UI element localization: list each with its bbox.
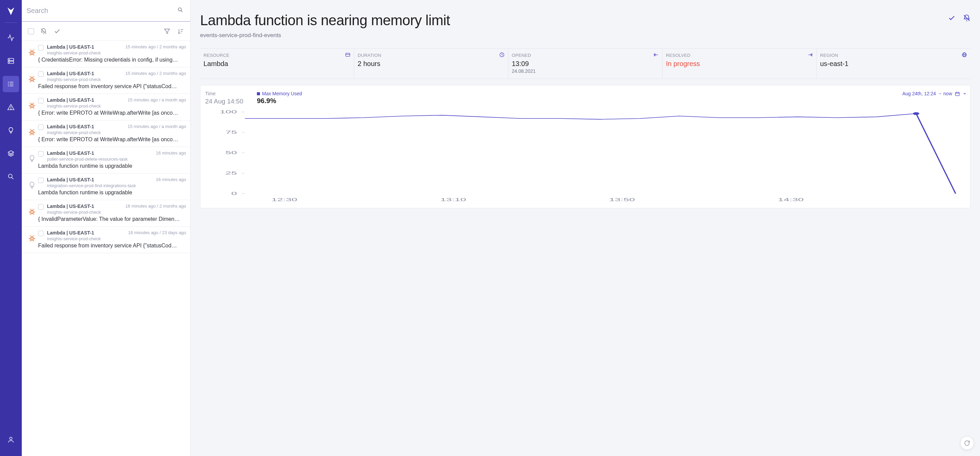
issue-row[interactable]: Lambda | US-EAST-1insights-service-prod-…	[22, 121, 190, 147]
issue-service: insights-service-prod-check	[47, 236, 125, 241]
nav-search[interactable]	[3, 168, 19, 185]
issue-checkbox[interactable]	[38, 231, 43, 236]
nav-insights[interactable]	[3, 122, 19, 138]
nav-alerts[interactable]	[3, 99, 19, 115]
chart-current-value: 96.9%	[257, 97, 302, 105]
detail-panel: Lambda function is nearing memory limit …	[191, 0, 980, 456]
svg-text:13:50: 13:50	[609, 197, 635, 202]
issue-row[interactable]: Lambda | US-EAST-1insights-service-prod-…	[22, 67, 190, 94]
issue-row[interactable]: Lambda | US-EAST-1insights-service-prod-…	[22, 200, 190, 227]
chart-card: Time 24 Aug 14:50 Max Memory Used 96.9% …	[200, 85, 970, 208]
info-resource: RESOURCE Lambda	[200, 49, 354, 79]
issue-checkbox[interactable]	[38, 98, 43, 103]
svg-marker-19	[165, 29, 170, 33]
issue-service: insights-service-prod-check	[47, 130, 125, 135]
nav-rail	[0, 0, 22, 456]
sort-icon[interactable]	[177, 28, 184, 35]
info-strip: RESOURCE Lambda DURATION 2 hours OPENED …	[200, 48, 970, 79]
nav-activity[interactable]	[3, 30, 19, 46]
bug-icon	[26, 71, 38, 89]
info-value: In progress	[666, 60, 813, 68]
chart-header: Time 24 Aug 14:50 Max Memory Used 96.9% …	[205, 91, 967, 105]
svg-rect-47	[956, 92, 959, 95]
resolve-icon[interactable]	[54, 28, 60, 35]
svg-point-3	[9, 62, 10, 62]
issue-checkbox[interactable]	[38, 151, 43, 157]
issue-checkbox[interactable]	[38, 124, 43, 130]
bug-icon	[26, 124, 38, 143]
issue-title: { Error: write EPROTO at WriteWrap.after…	[38, 110, 186, 116]
nav-divider	[5, 22, 17, 23]
list-toolbar	[22, 22, 190, 41]
issues-panel: Lambda | US-EAST-1insights-service-prod-…	[22, 0, 191, 456]
svg-text:12:30: 12:30	[272, 197, 298, 202]
chart-legend: Max Memory Used	[257, 91, 302, 96]
info-value: Lambda	[204, 60, 350, 68]
svg-text:13:10: 13:10	[440, 197, 466, 202]
issue-checkbox[interactable]	[38, 71, 43, 77]
svg-text:25: 25	[226, 170, 237, 175]
issue-time: 15 minutes ago / 2 months ago	[125, 44, 186, 49]
chart-svg[interactable]: 025507510012:3013:1013:5014:30	[205, 108, 967, 204]
detail-header: Lambda function is nearing memory limit …	[200, 12, 970, 39]
search-input[interactable]	[27, 7, 177, 14]
info-value: 2 hours	[358, 60, 504, 68]
lightbulb-icon	[26, 150, 38, 169]
issue-checkbox[interactable]	[38, 45, 43, 50]
svg-line-14	[11, 177, 13, 179]
issue-service: insights-service-prod-check	[47, 77, 123, 82]
issue-title: Failed response from inventory service A…	[38, 243, 186, 249]
info-duration: DURATION 2 hours	[354, 49, 508, 79]
brand-logo[interactable]	[5, 5, 17, 17]
svg-point-65	[913, 112, 920, 115]
issue-meta: Lambda | US-EAST-1	[47, 97, 125, 103]
info-label: REGION	[820, 53, 967, 58]
issue-checkbox[interactable]	[38, 204, 43, 210]
detail-title: Lambda function is nearing memory limit	[200, 12, 948, 29]
issue-service: insights-service-prod-check	[47, 210, 123, 215]
mute-icon[interactable]	[40, 28, 47, 35]
issue-title: Lambda function runtime is upgradable	[38, 163, 186, 169]
search-icon[interactable]	[177, 7, 183, 14]
issue-title: Lambda function runtime is upgradable	[38, 189, 186, 195]
issue-time: 15 minutes ago / 2 months ago	[125, 71, 186, 76]
bug-icon	[26, 203, 38, 222]
globe-icon	[962, 52, 967, 59]
issue-time: 16 minutes ago	[156, 177, 186, 182]
calendar-icon	[955, 91, 960, 96]
select-all-checkbox[interactable]	[28, 28, 34, 34]
help-bubble[interactable]	[960, 436, 974, 450]
issue-row[interactable]: Lambda | US-EAST-1insights-service-prod-…	[22, 94, 190, 121]
svg-text:14:30: 14:30	[778, 197, 804, 202]
issue-meta: Lambda | US-EAST-1	[47, 124, 125, 129]
svg-point-13	[8, 174, 12, 178]
mute-action-icon[interactable]	[963, 14, 970, 23]
issue-checkbox[interactable]	[38, 178, 43, 183]
info-region: REGION us-east-1	[817, 49, 970, 79]
nav-resources[interactable]	[3, 53, 19, 69]
nav-stacks[interactable]	[3, 145, 19, 162]
svg-text:75: 75	[226, 130, 237, 134]
resolve-action-icon[interactable]	[948, 14, 956, 23]
svg-marker-12	[8, 151, 14, 154]
svg-text:50: 50	[226, 150, 237, 155]
issue-title: { Error: write EPROTO at WriteWrap.after…	[38, 137, 186, 143]
svg-point-2	[9, 59, 10, 60]
bug-icon	[26, 230, 38, 249]
detail-actions	[948, 12, 970, 23]
filter-icon[interactable]	[164, 28, 170, 35]
issue-row[interactable]: Lambda | US-EAST-1integration-service-pr…	[22, 173, 190, 200]
chart-range-picker[interactable]: Aug 24th, 12:24 → now	[902, 91, 967, 96]
nav-issues[interactable]	[3, 76, 19, 92]
nav-account[interactable]	[3, 432, 19, 448]
issue-row[interactable]: Lambda | US-EAST-1insights-service-prod-…	[22, 227, 190, 253]
bug-icon	[26, 97, 38, 116]
issue-meta: Lambda | US-EAST-1	[47, 177, 153, 183]
search-row	[22, 0, 190, 22]
issue-row[interactable]: Lambda | US-EAST-1poller-service-prod-de…	[22, 147, 190, 173]
issue-service: insights-service-prod-check	[47, 50, 123, 56]
issue-meta: Lambda | US-EAST-1	[47, 203, 123, 209]
legend-label: Max Memory Used	[262, 91, 302, 96]
issue-service: integration-service-prod-find-integratio…	[47, 183, 153, 188]
issue-row[interactable]: Lambda | US-EAST-1insights-service-prod-…	[22, 41, 190, 67]
